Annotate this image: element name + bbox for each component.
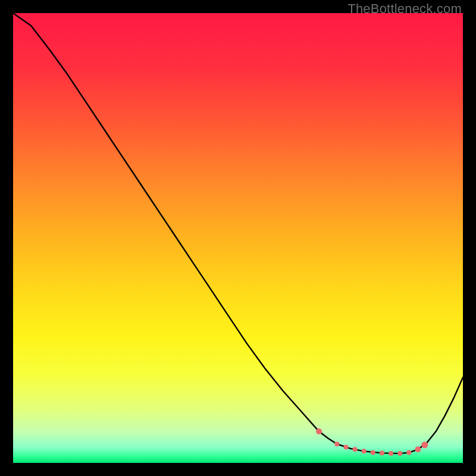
- marker-point: [353, 447, 358, 452]
- marker-point: [380, 450, 384, 455]
- marker-point: [334, 441, 339, 446]
- marker-point: [316, 428, 322, 434]
- marker-point: [397, 451, 402, 456]
- marker-point: [389, 451, 393, 456]
- marker-point: [343, 445, 348, 450]
- chart-stage: TheBottleneck.com: [0, 0, 476, 476]
- curve-line: [13, 13, 463, 453]
- marker-point: [415, 446, 421, 452]
- marker-point: [371, 450, 375, 455]
- marker-point: [421, 441, 428, 448]
- marker-point: [406, 450, 411, 455]
- marker-point: [362, 449, 367, 453]
- curve-layer: [13, 13, 463, 463]
- plot-area: [13, 13, 463, 463]
- watermark-text: TheBottleneck.com: [347, 1, 462, 17]
